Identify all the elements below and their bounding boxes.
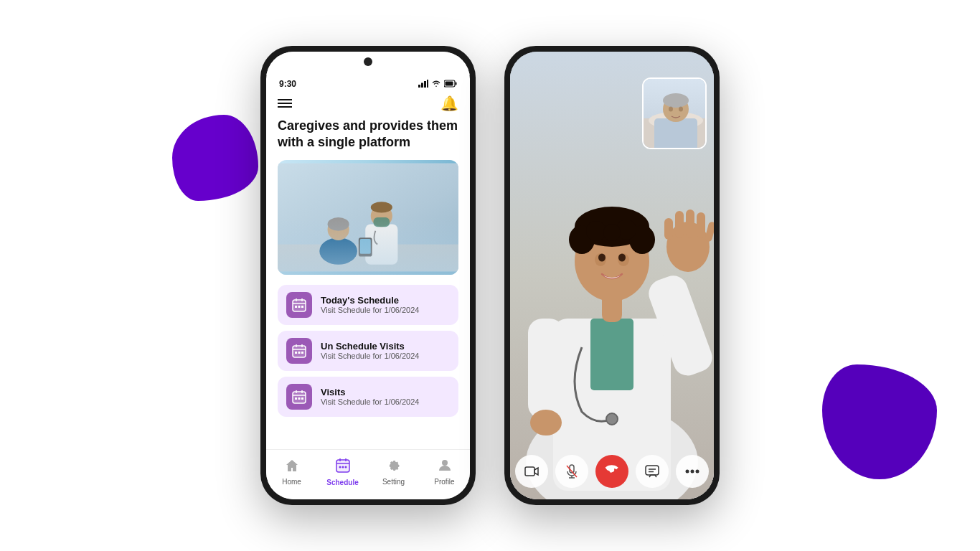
svg-point-73 <box>618 254 626 262</box>
nav-label-home: Home <box>282 478 301 486</box>
status-time: 9:30 <box>279 79 296 89</box>
more-button[interactable] <box>676 455 709 488</box>
schedule-icon-unscheduled <box>286 338 312 364</box>
decorative-blob-right <box>822 364 937 479</box>
svg-point-94 <box>691 470 694 474</box>
svg-point-54 <box>606 413 618 425</box>
hamburger-line-1 <box>278 99 292 100</box>
schedule-icon-visits <box>286 384 312 410</box>
svg-point-46 <box>344 466 347 468</box>
svg-rect-24 <box>298 306 301 308</box>
svg-rect-30 <box>295 352 297 354</box>
nav-item-profile[interactable]: Profile <box>428 458 462 486</box>
svg-rect-58 <box>675 211 684 238</box>
setting-icon <box>387 458 401 476</box>
bottom-nav: Home Schedule <box>266 449 470 499</box>
nav-label-schedule: Schedule <box>326 479 358 486</box>
camera-button[interactable] <box>515 455 548 488</box>
phones-container: 9:30 <box>260 46 720 505</box>
svg-rect-25 <box>301 306 303 308</box>
message-button[interactable] <box>636 455 669 488</box>
app-header: 🔔 <box>278 90 458 118</box>
left-phone-notch <box>266 52 470 75</box>
svg-point-69 <box>603 224 621 241</box>
svg-point-10 <box>319 237 357 265</box>
nav-label-setting: Setting <box>382 478 405 486</box>
svg-point-75 <box>530 410 562 435</box>
pip-video <box>642 77 707 149</box>
svg-rect-38 <box>298 397 301 400</box>
svg-point-47 <box>442 460 448 466</box>
nav-item-schedule[interactable]: Schedule <box>326 458 360 486</box>
decorative-blob-left <box>172 115 258 201</box>
home-icon <box>285 458 299 476</box>
app-content: 🔔 Caregives and provides them with a sin… <box>266 90 470 423</box>
svg-point-83 <box>669 107 673 112</box>
svg-point-12 <box>328 217 349 231</box>
svg-rect-0 <box>418 85 420 88</box>
svg-rect-15 <box>374 217 390 227</box>
svg-point-82 <box>663 93 689 108</box>
app-title: Caregives and provides them with a singl… <box>278 118 458 151</box>
svg-rect-23 <box>295 306 297 308</box>
left-phone-screen: 9:30 <box>266 52 470 499</box>
svg-rect-59 <box>686 209 694 238</box>
svg-rect-74 <box>528 319 564 419</box>
svg-rect-18 <box>360 239 371 254</box>
svg-rect-3 <box>427 80 428 88</box>
svg-point-84 <box>679 107 683 112</box>
svg-rect-17 <box>359 237 372 256</box>
svg-point-44 <box>339 466 341 468</box>
svg-rect-31 <box>298 352 301 354</box>
schedule-subtitle-visits: Visit Schedule for 1/06/2024 <box>321 397 419 406</box>
hero-image <box>278 160 458 275</box>
schedule-card-unscheduled[interactable]: Un Schedule Visits Visit Schedule for 1/… <box>278 331 458 371</box>
end-call-button[interactable] <box>588 448 635 494</box>
hamburger-line-3 <box>278 106 292 108</box>
signal-icon <box>418 80 428 89</box>
schedule-title-unscheduled: Un Schedule Visits <box>321 341 419 352</box>
profile-icon <box>438 458 452 476</box>
schedule-card-visits[interactable]: Visits Visit Schedule for 1/06/2024 <box>278 377 458 417</box>
schedule-card-today[interactable]: Today's Schedule Visit Schedule for 1/06… <box>278 285 458 325</box>
svg-rect-39 <box>301 397 303 400</box>
svg-point-72 <box>598 254 606 262</box>
schedule-nav-icon <box>335 458 351 477</box>
svg-rect-5 <box>446 81 453 85</box>
right-phone <box>504 46 720 505</box>
mute-button[interactable] <box>555 455 588 488</box>
bell-icon[interactable]: 🔔 <box>440 95 458 112</box>
nav-item-home[interactable]: Home <box>275 458 309 486</box>
svg-point-93 <box>686 470 689 474</box>
svg-rect-32 <box>301 352 303 354</box>
svg-rect-60 <box>697 212 705 238</box>
left-phone: 9:30 <box>260 46 476 505</box>
schedule-text-visits: Visits Visit Schedule for 1/06/2024 <box>321 387 419 406</box>
schedule-text-unscheduled: Un Schedule Visits Visit Schedule for 1/… <box>321 341 419 360</box>
svg-rect-1 <box>421 83 423 88</box>
right-phone-screen <box>510 52 714 499</box>
schedule-subtitle-today: Visit Schedule for 1/06/2024 <box>321 306 419 314</box>
battery-icon <box>444 80 457 89</box>
call-controls <box>510 455 714 488</box>
svg-rect-37 <box>295 397 297 400</box>
hamburger-icon[interactable] <box>278 99 292 108</box>
svg-rect-90 <box>646 466 659 475</box>
wifi-icon <box>431 80 441 89</box>
svg-rect-80 <box>654 118 697 149</box>
svg-rect-6 <box>456 82 457 85</box>
svg-rect-13 <box>365 224 397 264</box>
schedule-text-today: Today's Schedule Visit Schedule for 1/06… <box>321 295 419 314</box>
svg-rect-85 <box>525 467 534 476</box>
svg-rect-53 <box>590 319 633 390</box>
svg-point-11 <box>328 219 349 240</box>
schedule-title-visits: Visits <box>321 387 419 397</box>
hamburger-line-2 <box>278 103 292 104</box>
schedule-title-today: Today's Schedule <box>321 295 419 306</box>
svg-rect-9 <box>278 244 458 271</box>
status-icons <box>418 80 457 89</box>
schedule-icon-today <box>286 292 312 318</box>
nav-item-setting[interactable]: Setting <box>377 458 411 486</box>
end-call-icon <box>604 462 620 481</box>
svg-rect-2 <box>424 81 426 88</box>
